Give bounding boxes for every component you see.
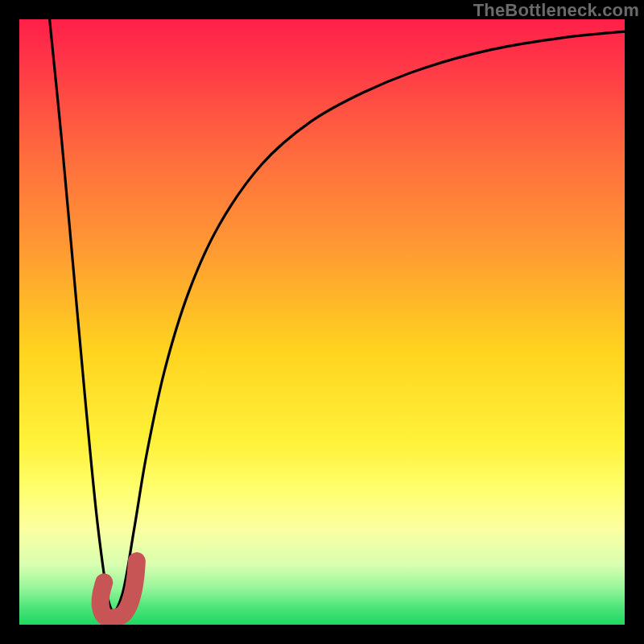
chart-frame: TheBottleneck.com <box>0 0 644 644</box>
plot-area <box>19 19 625 625</box>
highlight-dot <box>97 576 111 589</box>
bottleneck-curve <box>50 19 625 611</box>
highlight-marker <box>101 561 137 618</box>
watermark-text: TheBottleneck.com <box>473 2 639 19</box>
curves-svg <box>19 19 625 625</box>
